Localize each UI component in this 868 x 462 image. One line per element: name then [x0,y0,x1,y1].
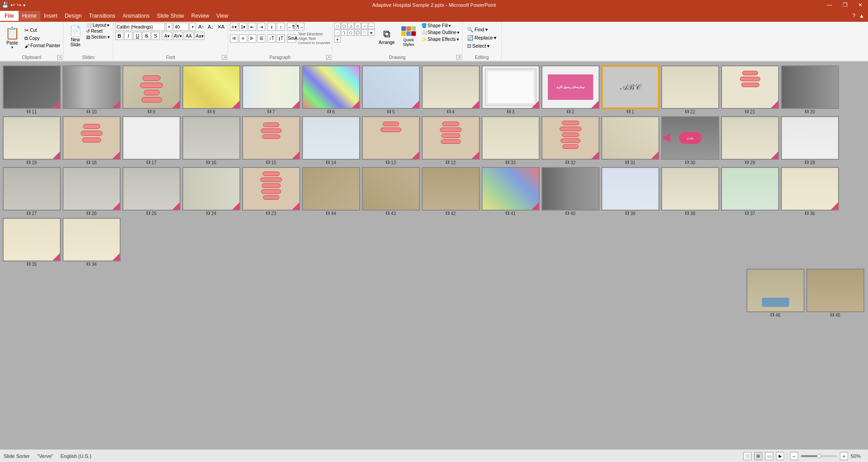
normal-view-button[interactable]: ⬜ [743,452,751,460]
heart-shape[interactable]: ♡ [361,29,368,36]
slide-thumb-1[interactable]: 𝒜ℬ𝒞 🎞 1 [601,65,659,114]
close-button[interactable]: ✕ [853,0,868,10]
copy-button[interactable]: ⧉ Copy [24,35,61,42]
bold-button[interactable]: B [115,32,123,40]
slide-thumb-8[interactable]: 🎞 8 [182,65,240,114]
star-shape[interactable]: ★ [368,29,375,36]
slide-thumb-27[interactable]: 🎞27 [3,167,61,216]
pentagon-shape[interactable]: ⬠ [348,29,354,36]
layout-button[interactable]: ⬜ Layout ▾ [86,23,109,28]
slide-thumb-24[interactable]: 🎞24 [182,167,240,216]
view-menu-item[interactable]: View [213,11,232,21]
decrease-indent-button[interactable]: ⇤ [248,23,256,31]
numbering-button[interactable]: 1▾ [239,23,247,31]
save-icon[interactable]: 💾 [2,2,9,8]
slide-thumb-34[interactable]: 🎞34 [63,218,121,267]
slide-thumb-29[interactable]: 🎞29 [721,116,779,165]
slide-thumb-12[interactable]: 🎞12 [422,116,480,165]
diamond-shape[interactable]: ◇ [355,23,361,29]
textdir-button[interactable]: ↕T [268,34,276,43]
cols-button[interactable]: ⫾ [268,23,276,31]
justify-button[interactable]: ☰ [257,34,265,43]
slide-thumb-33[interactable]: 🎞33 [482,116,540,165]
format-painter-button[interactable]: 🖌 Format Painter [24,43,61,49]
paste-dropdown[interactable]: ▾ [11,45,13,49]
slide-thumb-25[interactable]: 🎞25 [122,167,180,216]
find-dropdown[interactable]: ▾ [485,27,488,33]
callout-shape[interactable]: 💬 [355,29,361,36]
insert-menu-item[interactable]: Insert [40,11,61,21]
slide-thumb-31[interactable]: 🎞31 [601,116,659,165]
design-menu-item[interactable]: Design [61,11,85,21]
help-icon[interactable]: ? [852,13,855,19]
rtl-button[interactable]: ←¶ [287,23,295,31]
drawing-expand[interactable]: ↗ [456,55,461,60]
ribbon-minimize-icon[interactable]: ▲ [859,13,864,19]
underline-button[interactable]: U [133,32,141,40]
review-menu-item[interactable]: Review [188,11,213,21]
slide-thumb-35[interactable]: 🎞35 [3,218,61,267]
customize-icon[interactable]: ▾ [23,3,25,8]
slide-thumb-28[interactable]: 🎞28 [781,116,839,165]
decrease-font-button[interactable]: A↓ [206,24,215,30]
rect-shape[interactable]: □ [334,23,341,29]
slide-thumb-19[interactable]: 🎞19 [3,116,61,165]
font-expand[interactable]: ↗ [222,55,227,60]
quick-styles-button[interactable]: Quick Styles [399,23,419,50]
file-menu-item[interactable]: File [0,11,19,21]
char-spacing-button[interactable]: AV▾ [173,32,183,40]
transitions-menu-item[interactable]: Transitions [85,11,119,21]
slide-thumb-17[interactable]: 🎞17 [122,116,180,165]
slide-thumb-30[interactable]: طلبانه 🎞30 [661,116,719,165]
arrow-shape[interactable]: → [334,29,341,36]
slide-thumb-40[interactable]: 🎞40 [541,167,600,216]
layout-dropdown[interactable]: ▾ [107,23,109,28]
slide-thumb-2[interactable]: بیمارستان رسول اکرم 🎞 2 [541,65,600,114]
replace-button[interactable]: 🔄 Replace ▾ [466,34,497,41]
shape-fill-dropdown[interactable]: ▾ [449,23,451,28]
slide-thumb-7[interactable]: 🎞 7 [242,65,300,114]
slideshow-menu-item[interactable]: Slide Show [153,11,188,21]
slide-thumb-45[interactable]: 🎞45 [806,269,864,318]
triangle-shape[interactable]: △ [348,23,354,29]
maximize-button[interactable]: ❐ [837,0,853,10]
slide-thumb-3[interactable]: 🎞 3 [482,65,540,114]
linespace-button[interactable]: ↕ [277,23,285,31]
uppercase-button[interactable]: Aa▾ [195,32,205,40]
slide-thumb-10[interactable]: 🎞 10 [63,65,121,114]
aligntext-button[interactable]: ⫿T [277,34,285,43]
ltr-button[interactable]: ¶→ [296,23,304,31]
slide-thumb-4[interactable]: 🎞 4 [422,65,480,114]
zoom-in-button[interactable]: + [840,452,848,460]
slide-thumb-5[interactable]: 🎞 5 [362,65,420,114]
reading-view-button[interactable]: 📖 [765,452,773,460]
align-right-button[interactable]: ⫸ [248,34,256,43]
slide-thumb-38[interactable]: 🎞38 [661,167,719,216]
slide-thumb-9[interactable]: 🎞 9 [122,65,180,114]
align-left-button[interactable]: ⫷ [230,34,238,43]
slide-thumb-23[interactable]: 🎞23 [242,167,300,216]
paste-button[interactable]: 📋 Paste ▾ [2,24,23,51]
reset-button[interactable]: ↺ Reset [86,29,109,34]
paragraph-expand[interactable]: ↗ [326,55,331,60]
slide-thumb-46[interactable]: 🎞46 [746,269,805,318]
font-color-button[interactable]: A▾ [162,32,172,40]
strikethrough-button[interactable]: S [142,32,151,40]
increase-font-button[interactable]: A↑ [197,24,205,30]
rounded-rect-shape[interactable]: ▢ [341,23,347,29]
slide-thumb-11[interactable]: 🎞 11 [3,65,61,114]
font-name-input[interactable] [115,23,165,31]
slide-thumb-39[interactable]: 🎞39 [601,167,659,216]
font-name-dropdown[interactable]: ▾ [166,23,172,31]
undo-icon[interactable]: ↩ [10,2,15,8]
slide-thumb-16[interactable]: 🎞16 [182,116,240,165]
smartart-button[interactable]: SmA [287,34,296,43]
connector-shape[interactable]: ⤵ [341,29,347,36]
bullets-button[interactable]: ≡▾ [230,23,238,31]
zoom-slider[interactable] [801,455,837,457]
slide-thumb-22[interactable]: 🎞22 [661,65,719,114]
zoom-out-button[interactable]: − [790,452,798,460]
section-button[interactable]: ▤ Section ▾ [86,34,109,39]
shape-effects-button[interactable]: ✨ Shape Effects ▾ [420,36,460,42]
select-dropdown[interactable]: ▾ [487,43,490,49]
